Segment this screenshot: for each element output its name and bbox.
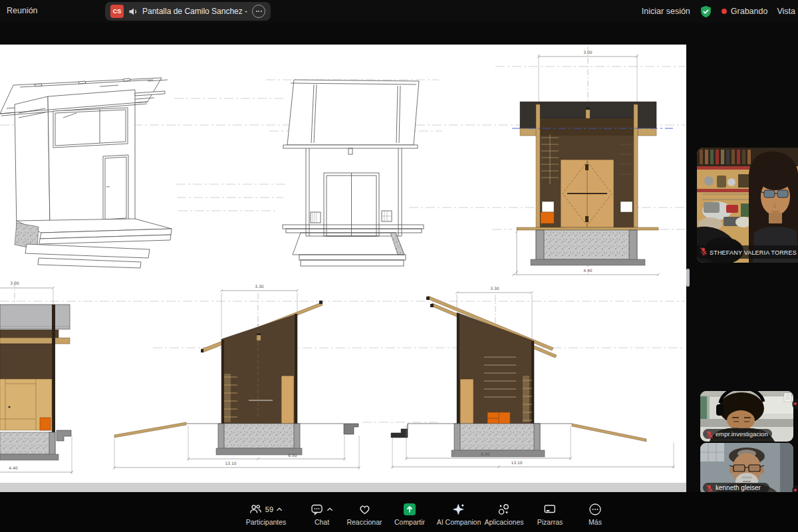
apps-icon xyxy=(497,503,511,516)
video-tile-empr[interactable]: empr.investigacion xyxy=(700,391,793,442)
dimension-label: 13.10 xyxy=(511,460,522,465)
sign-in-link[interactable]: Iniciar sesión xyxy=(642,7,690,16)
participants-count: 59 xyxy=(265,505,273,513)
share-screen-button[interactable]: Compartir xyxy=(394,503,425,526)
mic-off-icon xyxy=(794,489,797,491)
more-button[interactable]: Más xyxy=(589,503,602,526)
tab-more-button[interactable] xyxy=(252,5,265,18)
front-elevation-wireframe xyxy=(283,80,424,266)
dimension-label: 6.50 xyxy=(288,453,297,458)
front-elevation-color: 3.00 4.40 xyxy=(512,47,673,276)
dimension-label: 3.30 xyxy=(490,286,499,291)
recording-label: Grabando xyxy=(731,7,768,16)
slide-bottom-edge xyxy=(0,483,686,492)
more-ellipsis-icon xyxy=(589,503,602,516)
meeting-label: Reunión xyxy=(7,6,38,15)
screen-share-tab[interactable]: CS Pantalla de Camilo Sanchez - xyxy=(105,2,271,21)
side-elevation-drawing: 3.30 6.50 13.10 xyxy=(113,284,360,469)
meeting-toolbar: 59 Participantes Chat Reaccionar xyxy=(0,492,798,532)
ai-sparkle-icon xyxy=(452,503,466,516)
participant-video: empr.investigacion xyxy=(700,391,793,442)
share-tab-title: Pantalla de Camilo Sanchez - xyxy=(142,7,247,16)
presenter-avatar: CS xyxy=(110,5,124,18)
participant-video: kenneth gleiser xyxy=(700,443,793,495)
shared-screen-canvas: .wn{stroke:#4c4c4c;stroke-width:.8;fill:… xyxy=(0,45,686,492)
heart-icon xyxy=(358,503,371,516)
view-button[interactable]: Vista xyxy=(777,7,795,16)
participant-name: kenneth gleiser xyxy=(716,484,761,491)
side-elevation-mirror-drawing: 3.30 6.50 13.10 xyxy=(391,286,675,469)
ai-companion-button[interactable]: AI Companion xyxy=(437,503,481,526)
participants-button[interactable]: 59 Participantes xyxy=(246,503,287,526)
chat-button[interactable]: Chat xyxy=(311,503,334,526)
security-shield-icon[interactable] xyxy=(700,5,712,18)
dimension-label: 3.30 xyxy=(255,284,264,289)
perspective-view-drawing xyxy=(0,78,172,268)
speaker-icon xyxy=(128,7,138,16)
recording-dot-icon xyxy=(722,9,727,14)
offscreen-video-label xyxy=(792,399,798,409)
share-screen-icon xyxy=(403,503,416,516)
dimension-label: 4.40 xyxy=(583,268,593,273)
recording-indicator: Grabando xyxy=(722,7,768,16)
participant-name: STHEFANY VALERIA TORRES LA xyxy=(710,249,798,256)
whiteboard-icon xyxy=(543,503,557,516)
video-tile-sthefany[interactable]: STHEFANY VALERIA TORRES LA xyxy=(697,148,798,263)
chat-icon xyxy=(311,503,324,516)
top-bar: Reunión CS Pantalla de Camilo Sanchez - … xyxy=(0,0,798,23)
dimension-label: 6.50 xyxy=(481,452,490,456)
participants-icon xyxy=(249,503,263,516)
react-button[interactable]: Reaccionar xyxy=(346,503,382,526)
apps-button[interactable]: Aplicaciones xyxy=(485,503,524,526)
dimension-label: 4.40 xyxy=(9,466,18,470)
panel-divider-handle[interactable] xyxy=(686,269,690,287)
participant-video: STHEFANY VALERIA TORRES LA xyxy=(697,148,798,263)
video-tile-kenneth[interactable]: kenneth gleiser xyxy=(700,443,793,495)
participants-menu-chevron[interactable] xyxy=(276,507,283,512)
chat-menu-chevron[interactable] xyxy=(327,507,334,512)
whiteboards-button[interactable]: Pizarras xyxy=(537,503,563,526)
architectural-drawing: .wn{stroke:#4c4c4c;stroke-width:.8;fill:… xyxy=(0,45,686,492)
participant-name: empr.investigacion xyxy=(716,430,768,438)
dimension-label: 13.10 xyxy=(225,461,236,466)
mic-off-icon xyxy=(794,402,797,405)
side-section-left-drawing: 3.00 4.40 xyxy=(0,281,73,474)
